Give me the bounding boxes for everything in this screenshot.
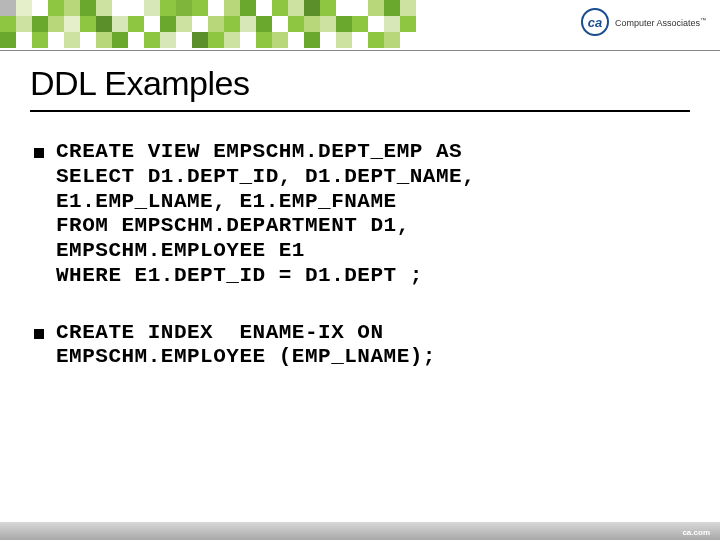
mosaic-cell bbox=[128, 16, 144, 32]
mosaic-cell bbox=[48, 16, 64, 32]
mosaic-cell bbox=[336, 0, 352, 16]
mosaic-cell bbox=[288, 16, 304, 32]
mosaic-cell bbox=[64, 16, 80, 32]
mosaic-cell bbox=[320, 0, 336, 16]
mosaic-cell bbox=[400, 32, 416, 48]
mosaic-cell bbox=[272, 0, 288, 16]
mosaic-cell bbox=[160, 16, 176, 32]
brand-tm: ™ bbox=[700, 17, 706, 23]
footer-text: ca.com bbox=[682, 528, 710, 537]
mosaic-cell bbox=[352, 32, 368, 48]
ca-logo-icon: ca bbox=[581, 8, 609, 36]
mosaic-cell bbox=[144, 0, 160, 16]
mosaic-cell bbox=[256, 16, 272, 32]
footer-bar: ca.com bbox=[0, 522, 720, 540]
page-title: DDL Examples bbox=[30, 64, 249, 103]
brand-name: Computer Associates™ bbox=[615, 17, 706, 28]
mosaic-cell bbox=[112, 0, 128, 16]
mosaic-cell bbox=[96, 16, 112, 32]
mosaic-cell bbox=[96, 32, 112, 48]
mosaic-cell bbox=[0, 16, 16, 32]
header-divider bbox=[0, 50, 720, 51]
brand-area: ca Computer Associates™ bbox=[581, 8, 706, 36]
mosaic-cell bbox=[272, 32, 288, 48]
mosaic-cell bbox=[208, 0, 224, 16]
mosaic-pattern bbox=[0, 0, 416, 48]
bullet-item: CREATE INDEX ENAME-IX ON EMPSCHM.EMPLOYE… bbox=[34, 321, 686, 371]
mosaic-cell bbox=[304, 32, 320, 48]
mosaic-cell bbox=[224, 16, 240, 32]
mosaic-cell bbox=[112, 32, 128, 48]
mosaic-cell bbox=[352, 0, 368, 16]
mosaic-cell bbox=[144, 32, 160, 48]
mosaic-cell bbox=[192, 0, 208, 16]
mosaic-cell bbox=[0, 0, 16, 16]
mosaic-cell bbox=[368, 16, 384, 32]
mosaic-cell bbox=[224, 32, 240, 48]
mosaic-cell bbox=[176, 32, 192, 48]
title-underline bbox=[30, 110, 690, 112]
bullet-square-icon bbox=[34, 148, 44, 158]
mosaic-cell bbox=[64, 0, 80, 16]
mosaic-cell bbox=[128, 32, 144, 48]
content-area: CREATE VIEW EMPSCHM.DEPT_EMP AS SELECT D… bbox=[34, 140, 686, 402]
mosaic-cell bbox=[368, 32, 384, 48]
mosaic-cell bbox=[112, 16, 128, 32]
mosaic-cell bbox=[128, 0, 144, 16]
mosaic-cell bbox=[160, 0, 176, 16]
mosaic-cell bbox=[144, 16, 160, 32]
mosaic-cell bbox=[160, 32, 176, 48]
mosaic-cell bbox=[384, 0, 400, 16]
mosaic-cell bbox=[320, 16, 336, 32]
mosaic-cell bbox=[32, 16, 48, 32]
mosaic-cell bbox=[400, 16, 416, 32]
mosaic-cell bbox=[400, 0, 416, 16]
mosaic-cell bbox=[192, 16, 208, 32]
mosaic-cell bbox=[288, 0, 304, 16]
mosaic-cell bbox=[384, 16, 400, 32]
mosaic-cell bbox=[96, 0, 112, 16]
mosaic-cell bbox=[240, 32, 256, 48]
bullet-item: CREATE VIEW EMPSCHM.DEPT_EMP AS SELECT D… bbox=[34, 140, 686, 289]
mosaic-cell bbox=[384, 32, 400, 48]
mosaic-cell bbox=[240, 16, 256, 32]
mosaic-cell bbox=[48, 0, 64, 16]
mosaic-cell bbox=[48, 32, 64, 48]
mosaic-cell bbox=[64, 32, 80, 48]
mosaic-cell bbox=[176, 16, 192, 32]
mosaic-cell bbox=[16, 16, 32, 32]
brand-name-text: Computer Associates bbox=[615, 18, 700, 28]
mosaic-cell bbox=[32, 32, 48, 48]
mosaic-cell bbox=[320, 32, 336, 48]
mosaic-cell bbox=[80, 32, 96, 48]
mosaic-cell bbox=[272, 16, 288, 32]
mosaic-cell bbox=[368, 0, 384, 16]
mosaic-cell bbox=[16, 32, 32, 48]
mosaic-cell bbox=[240, 0, 256, 16]
mosaic-cell bbox=[224, 0, 240, 16]
mosaic-cell bbox=[176, 0, 192, 16]
mosaic-cell bbox=[256, 32, 272, 48]
mosaic-cell bbox=[192, 32, 208, 48]
mosaic-cell bbox=[304, 16, 320, 32]
header-band: ca Computer Associates™ bbox=[0, 0, 720, 52]
mosaic-cell bbox=[0, 32, 16, 48]
code-block-1: CREATE VIEW EMPSCHM.DEPT_EMP AS SELECT D… bbox=[56, 140, 475, 289]
mosaic-cell bbox=[304, 0, 320, 16]
mosaic-cell bbox=[288, 32, 304, 48]
mosaic-cell bbox=[208, 16, 224, 32]
mosaic-cell bbox=[16, 0, 32, 16]
code-block-2: CREATE INDEX ENAME-IX ON EMPSCHM.EMPLOYE… bbox=[56, 321, 436, 371]
bullet-square-icon bbox=[34, 329, 44, 339]
mosaic-cell bbox=[32, 0, 48, 16]
mosaic-cell bbox=[352, 16, 368, 32]
mosaic-cell bbox=[208, 32, 224, 48]
mosaic-cell bbox=[80, 0, 96, 16]
mosaic-cell bbox=[256, 0, 272, 16]
mosaic-cell bbox=[80, 16, 96, 32]
mosaic-cell bbox=[336, 32, 352, 48]
mosaic-cell bbox=[336, 16, 352, 32]
